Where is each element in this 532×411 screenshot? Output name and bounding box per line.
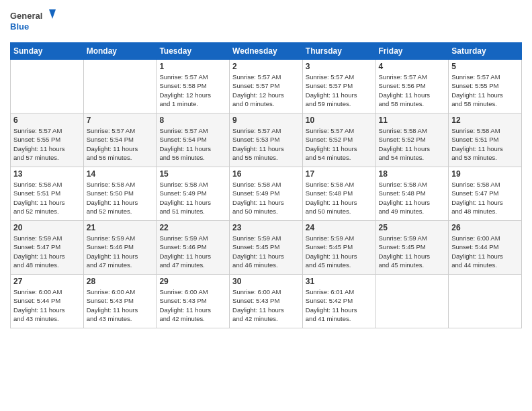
day-info: Sunrise: 5:57 AM Sunset: 5:53 PM Dayligh… bbox=[232, 126, 300, 162]
calendar-cell: 26Sunrise: 6:00 AM Sunset: 5:44 PM Dayli… bbox=[449, 221, 522, 275]
calendar-cell: 3Sunrise: 5:57 AM Sunset: 5:57 PM Daylig… bbox=[302, 60, 375, 113]
day-info: Sunrise: 5:59 AM Sunset: 5:45 PM Dayligh… bbox=[379, 234, 446, 269]
day-number: 8 bbox=[159, 116, 226, 125]
calendar-cell: 23Sunrise: 5:59 AM Sunset: 5:45 PM Dayli… bbox=[230, 221, 303, 275]
day-info: Sunrise: 5:58 AM Sunset: 5:49 PM Dayligh… bbox=[159, 180, 226, 216]
day-info: Sunrise: 5:58 AM Sunset: 5:51 PM Dayligh… bbox=[451, 126, 519, 162]
day-info: Sunrise: 5:57 AM Sunset: 5:57 PM Dayligh… bbox=[306, 73, 373, 108]
day-info: Sunrise: 6:00 AM Sunset: 5:43 PM Dayligh… bbox=[87, 287, 154, 323]
week-row-5: 27Sunrise: 6:00 AM Sunset: 5:44 PM Dayli… bbox=[11, 275, 522, 328]
day-number: 31 bbox=[306, 277, 373, 286]
day-info: Sunrise: 5:57 AM Sunset: 5:52 PM Dayligh… bbox=[306, 126, 373, 162]
day-info: Sunrise: 5:59 AM Sunset: 5:45 PM Dayligh… bbox=[232, 234, 300, 269]
week-row-3: 13Sunrise: 5:58 AM Sunset: 5:51 PM Dayli… bbox=[11, 167, 522, 221]
svg-marker-2 bbox=[49, 9, 56, 19]
day-info: Sunrise: 6:01 AM Sunset: 5:42 PM Dayligh… bbox=[306, 287, 373, 323]
calendar-cell: 19Sunrise: 5:58 AM Sunset: 5:47 PM Dayli… bbox=[449, 167, 522, 221]
day-number: 12 bbox=[451, 116, 519, 125]
calendar-cell: 12Sunrise: 5:58 AM Sunset: 5:51 PM Dayli… bbox=[449, 113, 522, 167]
day-number: 3 bbox=[306, 62, 373, 71]
weekday-header-monday: Monday bbox=[83, 43, 157, 60]
svg-text:Blue: Blue bbox=[10, 21, 29, 32]
day-info: Sunrise: 5:57 AM Sunset: 5:55 PM Dayligh… bbox=[451, 73, 519, 108]
calendar-cell: 15Sunrise: 5:58 AM Sunset: 5:49 PM Dayli… bbox=[157, 167, 230, 221]
day-number: 2 bbox=[232, 62, 300, 71]
day-number: 14 bbox=[87, 169, 154, 179]
day-number: 5 bbox=[451, 62, 519, 71]
day-info: Sunrise: 5:57 AM Sunset: 5:56 PM Dayligh… bbox=[379, 73, 446, 108]
calendar-cell: 13Sunrise: 5:58 AM Sunset: 5:51 PM Dayli… bbox=[11, 167, 84, 221]
calendar-cell: 10Sunrise: 5:57 AM Sunset: 5:52 PM Dayli… bbox=[302, 113, 375, 167]
day-number: 16 bbox=[232, 169, 300, 179]
day-info: Sunrise: 5:57 AM Sunset: 5:55 PM Dayligh… bbox=[13, 126, 81, 162]
day-number: 27 bbox=[13, 277, 81, 286]
week-row-2: 6Sunrise: 5:57 AM Sunset: 5:55 PM Daylig… bbox=[11, 113, 522, 167]
day-info: Sunrise: 6:00 AM Sunset: 5:44 PM Dayligh… bbox=[13, 287, 81, 323]
day-info: Sunrise: 5:57 AM Sunset: 5:54 PM Dayligh… bbox=[87, 126, 154, 162]
calendar-cell bbox=[11, 60, 84, 113]
calendar-cell: 8Sunrise: 5:57 AM Sunset: 5:54 PM Daylig… bbox=[157, 113, 230, 167]
weekday-header-friday: Friday bbox=[375, 43, 449, 60]
calendar-cell: 17Sunrise: 5:58 AM Sunset: 5:48 PM Dayli… bbox=[302, 167, 375, 221]
calendar-cell: 25Sunrise: 5:59 AM Sunset: 5:45 PM Dayli… bbox=[375, 221, 449, 275]
day-number: 10 bbox=[306, 116, 373, 125]
day-number: 4 bbox=[379, 62, 446, 71]
calendar-cell bbox=[375, 275, 449, 328]
day-number: 24 bbox=[306, 223, 373, 232]
day-number: 22 bbox=[159, 223, 226, 232]
calendar-cell: 6Sunrise: 5:57 AM Sunset: 5:55 PM Daylig… bbox=[11, 113, 84, 167]
day-number: 6 bbox=[13, 116, 81, 125]
day-info: Sunrise: 5:58 AM Sunset: 5:48 PM Dayligh… bbox=[306, 180, 373, 216]
general-blue-logo: General Blue bbox=[10, 7, 57, 37]
weekday-header-wednesday: Wednesday bbox=[230, 43, 303, 60]
day-number: 7 bbox=[87, 116, 154, 125]
calendar-cell: 2Sunrise: 5:57 AM Sunset: 5:57 PM Daylig… bbox=[230, 60, 303, 113]
calendar-cell: 4Sunrise: 5:57 AM Sunset: 5:56 PM Daylig… bbox=[375, 60, 449, 113]
day-number: 25 bbox=[379, 223, 446, 232]
day-number: 19 bbox=[451, 169, 519, 179]
weekday-header-sunday: Sunday bbox=[11, 43, 84, 60]
header: General Blue bbox=[10, 7, 522, 37]
day-info: Sunrise: 5:58 AM Sunset: 5:51 PM Dayligh… bbox=[13, 180, 81, 216]
calendar-cell: 14Sunrise: 5:58 AM Sunset: 5:50 PM Dayli… bbox=[83, 167, 157, 221]
day-number: 13 bbox=[13, 169, 81, 179]
day-info: Sunrise: 5:59 AM Sunset: 5:45 PM Dayligh… bbox=[306, 234, 373, 269]
calendar-cell: 11Sunrise: 5:58 AM Sunset: 5:52 PM Dayli… bbox=[375, 113, 449, 167]
day-info: Sunrise: 5:58 AM Sunset: 5:47 PM Dayligh… bbox=[451, 180, 519, 216]
week-row-1: 1Sunrise: 5:57 AM Sunset: 5:58 PM Daylig… bbox=[11, 60, 522, 113]
day-number: 23 bbox=[232, 223, 300, 232]
calendar-cell: 21Sunrise: 5:59 AM Sunset: 5:46 PM Dayli… bbox=[83, 221, 157, 275]
calendar-cell: 7Sunrise: 5:57 AM Sunset: 5:54 PM Daylig… bbox=[83, 113, 157, 167]
day-info: Sunrise: 6:00 AM Sunset: 5:44 PM Dayligh… bbox=[451, 234, 519, 269]
day-number: 9 bbox=[232, 116, 300, 125]
day-info: Sunrise: 6:00 AM Sunset: 5:43 PM Dayligh… bbox=[232, 287, 300, 323]
calendar-cell: 31Sunrise: 6:01 AM Sunset: 5:42 PM Dayli… bbox=[302, 275, 375, 328]
calendar-table: SundayMondayTuesdayWednesdayThursdayFrid… bbox=[10, 42, 522, 328]
day-number: 26 bbox=[451, 223, 519, 232]
day-info: Sunrise: 5:58 AM Sunset: 5:52 PM Dayligh… bbox=[379, 126, 446, 162]
day-info: Sunrise: 5:57 AM Sunset: 5:57 PM Dayligh… bbox=[232, 73, 300, 108]
day-info: Sunrise: 5:59 AM Sunset: 5:46 PM Dayligh… bbox=[87, 234, 154, 269]
calendar-cell: 30Sunrise: 6:00 AM Sunset: 5:43 PM Dayli… bbox=[230, 275, 303, 328]
day-number: 17 bbox=[306, 169, 373, 179]
calendar-cell: 29Sunrise: 6:00 AM Sunset: 5:43 PM Dayli… bbox=[157, 275, 230, 328]
weekday-header-row: SundayMondayTuesdayWednesdayThursdayFrid… bbox=[11, 43, 522, 60]
day-info: Sunrise: 6:00 AM Sunset: 5:43 PM Dayligh… bbox=[159, 287, 226, 323]
calendar-container: General Blue SundayMondayTuesdayWednesda… bbox=[0, 0, 532, 335]
day-info: Sunrise: 5:58 AM Sunset: 5:48 PM Dayligh… bbox=[379, 180, 446, 216]
calendar-cell: 22Sunrise: 5:59 AM Sunset: 5:46 PM Dayli… bbox=[157, 221, 230, 275]
day-number: 29 bbox=[159, 277, 226, 286]
day-info: Sunrise: 5:57 AM Sunset: 5:58 PM Dayligh… bbox=[159, 73, 226, 108]
calendar-cell: 16Sunrise: 5:58 AM Sunset: 5:49 PM Dayli… bbox=[230, 167, 303, 221]
day-info: Sunrise: 5:57 AM Sunset: 5:54 PM Dayligh… bbox=[159, 126, 226, 162]
weekday-header-tuesday: Tuesday bbox=[157, 43, 230, 60]
calendar-cell: 24Sunrise: 5:59 AM Sunset: 5:45 PM Dayli… bbox=[302, 221, 375, 275]
week-row-4: 20Sunrise: 5:59 AM Sunset: 5:47 PM Dayli… bbox=[11, 221, 522, 275]
calendar-cell: 28Sunrise: 6:00 AM Sunset: 5:43 PM Dayli… bbox=[83, 275, 157, 328]
day-number: 28 bbox=[87, 277, 154, 286]
day-info: Sunrise: 5:58 AM Sunset: 5:50 PM Dayligh… bbox=[87, 180, 154, 216]
day-number: 21 bbox=[87, 223, 154, 232]
logo: General Blue bbox=[10, 7, 57, 37]
day-info: Sunrise: 5:59 AM Sunset: 5:47 PM Dayligh… bbox=[13, 234, 81, 269]
day-number: 18 bbox=[379, 169, 446, 179]
